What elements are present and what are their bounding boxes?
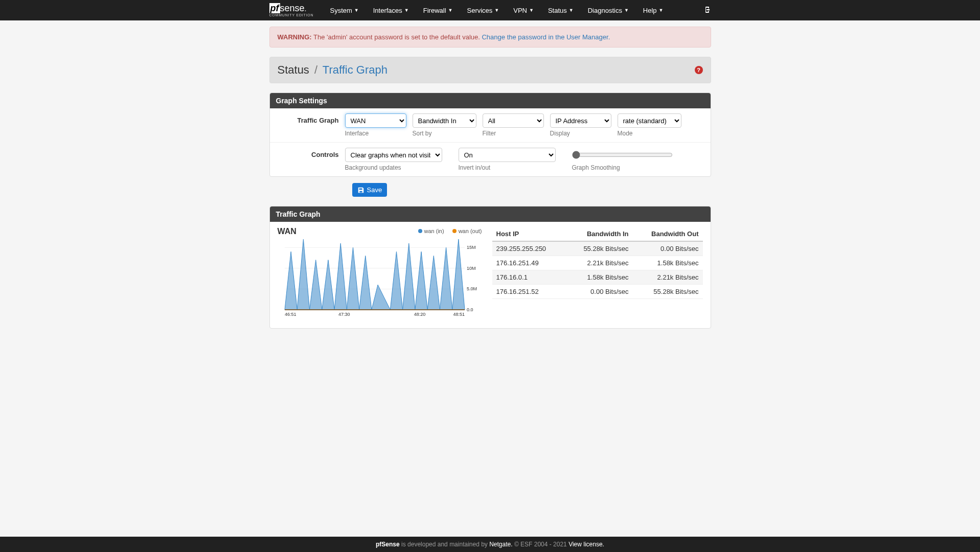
chevron-down-icon: ▼ — [659, 8, 664, 13]
logout-icon[interactable] — [703, 6, 711, 15]
sort-select[interactable]: Bandwidth In — [413, 113, 476, 128]
svg-text:47:30: 47:30 — [338, 312, 350, 317]
filter-select[interactable]: All — [483, 113, 544, 128]
graph-settings-panel: Graph Settings Traffic Graph WAN Interfa… — [269, 93, 711, 177]
logo-sub: COMMUNITY EDITION — [269, 13, 314, 17]
th-host: Host IP — [492, 227, 565, 241]
nav-item-firewall[interactable]: Firewall▼ — [416, 0, 460, 20]
host-table: Host IP Bandwidth In Bandwidth Out 239.2… — [492, 227, 703, 299]
svg-text:15M: 15M — [467, 245, 476, 250]
breadcrumb-panel: Status / Traffic Graph ? — [269, 57, 711, 83]
svg-text:10M: 10M — [467, 266, 476, 271]
chevron-down-icon: ▼ — [569, 8, 574, 13]
traffic-graph-panel: Traffic Graph WAN wan (in) wan (out) 0.0… — [269, 206, 711, 329]
nav-item-interfaces[interactable]: Interfaces▼ — [366, 0, 416, 20]
breadcrumb-root: Status — [278, 63, 309, 76]
svg-text:0.0: 0.0 — [467, 307, 473, 312]
top-navbar: pfsense. COMMUNITY EDITION System▼ Inter… — [0, 0, 980, 20]
nav-item-services[interactable]: Services▼ — [460, 0, 506, 20]
chevron-down-icon: ▼ — [404, 8, 409, 13]
nav-item-system[interactable]: System▼ — [323, 0, 366, 20]
alert-prefix: WARNING: — [278, 33, 312, 41]
display-select[interactable]: IP Address — [550, 113, 611, 128]
help-bg: Background updates — [345, 164, 442, 171]
legend-in: wan (in) — [424, 228, 444, 234]
chart-title: WAN — [278, 227, 297, 236]
chevron-down-icon: ▼ — [354, 8, 359, 13]
logo-prefix: pf — [269, 3, 280, 13]
chart-legend: wan (in) wan (out) — [418, 228, 482, 234]
save-button-label: Save — [367, 186, 382, 194]
nav-item-help[interactable]: Help▼ — [636, 0, 671, 20]
chevron-down-icon: ▼ — [448, 8, 453, 13]
th-bw-out: Bandwidth Out — [633, 227, 703, 241]
legend-dot-in — [418, 229, 422, 233]
breadcrumb-page[interactable]: Traffic Graph — [323, 63, 388, 76]
svg-text:5.0M: 5.0M — [467, 286, 477, 291]
label-controls: Controls — [278, 148, 345, 171]
svg-text:48:20: 48:20 — [414, 312, 425, 317]
nav-item-status[interactable]: Status▼ — [541, 0, 581, 20]
nav-item-vpn[interactable]: VPN▼ — [506, 0, 541, 20]
legend-dot-out — [452, 229, 457, 233]
svg-text:48:51: 48:51 — [453, 312, 465, 317]
help-icon[interactable]: ? — [695, 66, 703, 74]
invert-select[interactable]: On — [459, 148, 556, 162]
chevron-down-icon: ▼ — [624, 8, 629, 13]
help-display: Display — [550, 130, 611, 137]
nav-menu: System▼ Interfaces▼ Firewall▼ Services▼ … — [323, 0, 670, 20]
interface-select[interactable]: WAN — [345, 113, 406, 128]
legend-out: wan (out) — [459, 228, 482, 234]
save-button[interactable]: Save — [352, 183, 388, 197]
help-interface: Interface — [345, 130, 406, 137]
page-title: Status / Traffic Graph — [278, 63, 388, 77]
help-mode: Mode — [618, 130, 681, 137]
help-invert: Invert in/out — [459, 164, 556, 171]
traffic-chart: 0.05.0M10M15M46:5147:3048:2048:51 — [278, 237, 482, 319]
mode-select[interactable]: rate (standard) — [618, 113, 681, 128]
help-smooth: Graph Smoothing — [572, 164, 673, 171]
alert-text: The 'admin' account password is set to t… — [312, 33, 482, 41]
logo-main: sense — [280, 3, 305, 13]
chevron-down-icon: ▼ — [529, 8, 534, 13]
nav-item-diagnostics[interactable]: Diagnostics▼ — [581, 0, 636, 20]
chevron-down-icon: ▼ — [494, 8, 499, 13]
alert-link[interactable]: Change the password in the User Manager. — [482, 33, 610, 41]
warning-alert: WARNING: The 'admin' account password is… — [269, 27, 711, 48]
help-sort: Sort by — [413, 130, 476, 137]
table-row: 176.16.0.11.58k Bits/sec2.21k Bits/sec — [492, 270, 703, 285]
svg-text:46:51: 46:51 — [285, 312, 297, 317]
bg-updates-select[interactable]: Clear graphs when not visible. — [345, 148, 442, 162]
breadcrumb-sep: / — [314, 63, 317, 76]
graph-header: Traffic Graph — [270, 206, 711, 222]
table-row: 239.255.255.25055.28k Bits/sec0.00 Bits/… — [492, 241, 703, 256]
th-bw-in: Bandwidth In — [565, 227, 633, 241]
table-row: 176.16.251.492.21k Bits/sec1.58k Bits/se… — [492, 256, 703, 270]
label-traffic-graph: Traffic Graph — [278, 113, 345, 137]
settings-header: Graph Settings — [270, 93, 711, 108]
smoothing-slider[interactable] — [572, 151, 673, 159]
save-icon — [357, 187, 364, 194]
help-filter: Filter — [483, 130, 544, 137]
logo[interactable]: pfsense. COMMUNITY EDITION — [269, 4, 314, 17]
table-row: 176.16.251.520.00 Bits/sec55.28k Bits/se… — [492, 285, 703, 299]
